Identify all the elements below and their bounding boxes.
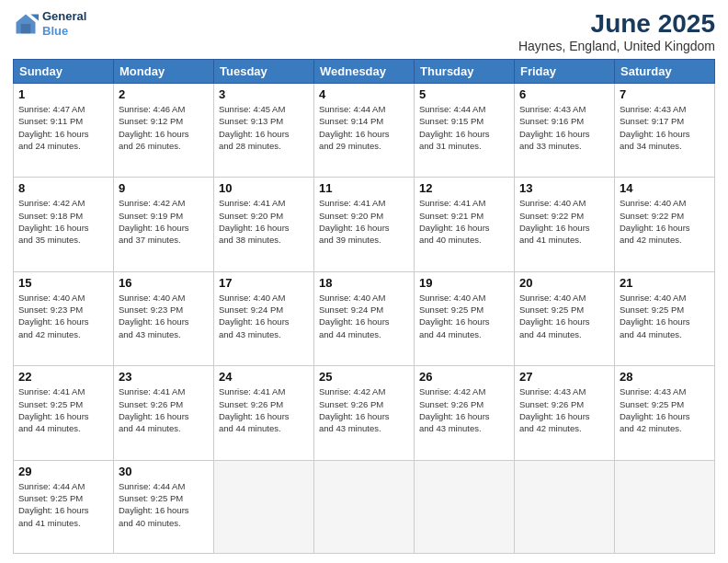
main-title: June 2025 (518, 9, 715, 39)
day-info: Sunrise: 4:41 AM Sunset: 9:26 PM Dayligh… (119, 385, 209, 434)
day-number: 2 (119, 87, 209, 101)
calendar-cell: 9Sunrise: 4:42 AM Sunset: 9:19 PM Daylig… (114, 178, 214, 271)
day-number: 22 (18, 370, 108, 384)
day-info: Sunrise: 4:41 AM Sunset: 9:25 PM Dayligh… (18, 385, 108, 434)
day-number: 19 (419, 276, 509, 290)
calendar-cell: 21Sunrise: 4:40 AM Sunset: 9:25 PM Dayli… (615, 271, 715, 365)
day-number: 18 (319, 276, 409, 290)
calendar-cell: 23Sunrise: 4:41 AM Sunset: 9:26 PM Dayli… (114, 366, 214, 460)
calendar-week-2: 8Sunrise: 4:42 AM Sunset: 9:18 PM Daylig… (14, 178, 715, 271)
calendar-cell: 2Sunrise: 4:46 AM Sunset: 9:12 PM Daylig… (114, 84, 214, 178)
day-info: Sunrise: 4:40 AM Sunset: 9:25 PM Dayligh… (419, 292, 509, 340)
calendar-cell: 16Sunrise: 4:40 AM Sunset: 9:23 PM Dayli… (114, 271, 214, 365)
calendar-cell: 4Sunrise: 4:44 AM Sunset: 9:14 PM Daylig… (314, 84, 415, 178)
calendar-cell: 11Sunrise: 4:41 AM Sunset: 9:20 PM Dayli… (314, 178, 415, 271)
day-number: 30 (119, 465, 209, 478)
calendar-cell: 10Sunrise: 4:41 AM Sunset: 9:20 PM Dayli… (214, 178, 314, 271)
logo: General Blue (13, 9, 86, 38)
title-block: June 2025 Haynes, England, United Kingdo… (518, 9, 715, 53)
calendar-cell: 8Sunrise: 4:42 AM Sunset: 9:18 PM Daylig… (14, 178, 114, 271)
calendar-cell: 6Sunrise: 4:43 AM Sunset: 9:16 PM Daylig… (515, 84, 615, 178)
calendar-cell (214, 460, 314, 553)
calendar-cell (415, 460, 515, 553)
calendar-cell: 29Sunrise: 4:44 AM Sunset: 9:25 PM Dayli… (14, 460, 114, 553)
calendar-cell: 12Sunrise: 4:41 AM Sunset: 9:21 PM Dayli… (415, 178, 515, 271)
calendar-cell: 3Sunrise: 4:45 AM Sunset: 9:13 PM Daylig… (214, 84, 314, 178)
day-number: 8 (18, 181, 108, 195)
day-number: 20 (519, 276, 609, 290)
calendar-cell: 7Sunrise: 4:43 AM Sunset: 9:17 PM Daylig… (615, 84, 715, 178)
calendar-body: 1Sunrise: 4:47 AM Sunset: 9:11 PM Daylig… (14, 84, 715, 554)
day-info: Sunrise: 4:40 AM Sunset: 9:23 PM Dayligh… (119, 292, 209, 340)
day-number: 28 (620, 370, 710, 384)
header: General Blue June 2025 Haynes, England, … (13, 9, 715, 53)
day-number: 7 (620, 87, 710, 101)
day-info: Sunrise: 4:40 AM Sunset: 9:25 PM Dayligh… (519, 292, 609, 340)
calendar-week-3: 15Sunrise: 4:40 AM Sunset: 9:23 PM Dayli… (14, 271, 715, 365)
header-cell-tuesday: Tuesday (214, 60, 314, 84)
page: General Blue June 2025 Haynes, England, … (0, 0, 728, 563)
calendar-cell (515, 460, 615, 553)
day-number: 1 (18, 87, 108, 101)
day-number: 11 (319, 181, 409, 195)
day-number: 25 (319, 370, 409, 384)
logo-icon (13, 11, 39, 37)
day-number: 26 (419, 370, 509, 384)
calendar-cell: 14Sunrise: 4:40 AM Sunset: 9:22 PM Dayli… (615, 178, 715, 271)
logo-text: General Blue (42, 9, 86, 38)
calendar-cell: 5Sunrise: 4:44 AM Sunset: 9:15 PM Daylig… (415, 84, 515, 178)
day-info: Sunrise: 4:44 AM Sunset: 9:25 PM Dayligh… (119, 480, 209, 529)
calendar-cell: 15Sunrise: 4:40 AM Sunset: 9:23 PM Dayli… (14, 271, 114, 365)
subtitle: Haynes, England, United Kingdom (518, 39, 715, 53)
calendar-cell: 28Sunrise: 4:43 AM Sunset: 9:25 PM Dayli… (615, 366, 715, 460)
day-number: 13 (519, 181, 609, 195)
calendar-cell: 19Sunrise: 4:40 AM Sunset: 9:25 PM Dayli… (415, 271, 515, 365)
day-info: Sunrise: 4:44 AM Sunset: 9:15 PM Dayligh… (419, 103, 509, 152)
day-info: Sunrise: 4:40 AM Sunset: 9:24 PM Dayligh… (219, 292, 309, 340)
day-number: 6 (519, 87, 609, 101)
calendar-cell (615, 460, 715, 553)
calendar-table: SundayMondayTuesdayWednesdayThursdayFrid… (13, 59, 715, 554)
calendar-cell: 22Sunrise: 4:41 AM Sunset: 9:25 PM Dayli… (14, 366, 114, 460)
header-row: SundayMondayTuesdayWednesdayThursdayFrid… (14, 60, 715, 84)
day-number: 14 (620, 181, 710, 195)
day-info: Sunrise: 4:40 AM Sunset: 9:23 PM Dayligh… (18, 292, 108, 340)
day-info: Sunrise: 4:40 AM Sunset: 9:22 PM Dayligh… (519, 197, 609, 246)
svg-rect-2 (21, 24, 31, 34)
day-info: Sunrise: 4:43 AM Sunset: 9:17 PM Dayligh… (620, 103, 710, 152)
calendar-cell: 13Sunrise: 4:40 AM Sunset: 9:22 PM Dayli… (515, 178, 615, 271)
day-number: 4 (319, 87, 409, 101)
calendar-cell: 17Sunrise: 4:40 AM Sunset: 9:24 PM Dayli… (214, 271, 314, 365)
header-cell-saturday: Saturday (615, 60, 715, 84)
calendar-cell: 20Sunrise: 4:40 AM Sunset: 9:25 PM Dayli… (515, 271, 615, 365)
day-number: 5 (419, 87, 509, 101)
day-info: Sunrise: 4:44 AM Sunset: 9:14 PM Dayligh… (319, 103, 409, 152)
calendar-cell: 26Sunrise: 4:42 AM Sunset: 9:26 PM Dayli… (415, 366, 515, 460)
day-number: 16 (119, 276, 209, 290)
day-number: 27 (519, 370, 609, 384)
calendar-week-4: 22Sunrise: 4:41 AM Sunset: 9:25 PM Dayli… (14, 366, 715, 460)
day-info: Sunrise: 4:42 AM Sunset: 9:19 PM Dayligh… (119, 197, 209, 246)
day-info: Sunrise: 4:47 AM Sunset: 9:11 PM Dayligh… (18, 103, 108, 152)
calendar-cell: 30Sunrise: 4:44 AM Sunset: 9:25 PM Dayli… (114, 460, 214, 553)
calendar-cell: 18Sunrise: 4:40 AM Sunset: 9:24 PM Dayli… (314, 271, 415, 365)
header-cell-friday: Friday (515, 60, 615, 84)
calendar-cell: 1Sunrise: 4:47 AM Sunset: 9:11 PM Daylig… (14, 84, 114, 178)
day-info: Sunrise: 4:41 AM Sunset: 9:20 PM Dayligh… (219, 197, 309, 246)
day-info: Sunrise: 4:45 AM Sunset: 9:13 PM Dayligh… (219, 103, 309, 152)
day-number: 21 (620, 276, 710, 290)
calendar-header: SundayMondayTuesdayWednesdayThursdayFrid… (14, 60, 715, 84)
calendar-cell: 25Sunrise: 4:42 AM Sunset: 9:26 PM Dayli… (314, 366, 415, 460)
day-info: Sunrise: 4:41 AM Sunset: 9:20 PM Dayligh… (319, 197, 409, 246)
day-number: 10 (219, 181, 309, 195)
day-info: Sunrise: 4:42 AM Sunset: 9:26 PM Dayligh… (419, 385, 509, 434)
day-info: Sunrise: 4:40 AM Sunset: 9:22 PM Dayligh… (620, 197, 710, 246)
header-cell-wednesday: Wednesday (314, 60, 415, 84)
calendar-week-5: 29Sunrise: 4:44 AM Sunset: 9:25 PM Dayli… (14, 460, 715, 553)
calendar-cell: 24Sunrise: 4:41 AM Sunset: 9:26 PM Dayli… (214, 366, 314, 460)
day-info: Sunrise: 4:43 AM Sunset: 9:25 PM Dayligh… (620, 385, 710, 434)
day-info: Sunrise: 4:40 AM Sunset: 9:25 PM Dayligh… (620, 292, 710, 340)
calendar-cell (314, 460, 415, 553)
header-cell-thursday: Thursday (415, 60, 515, 84)
day-number: 23 (119, 370, 209, 384)
